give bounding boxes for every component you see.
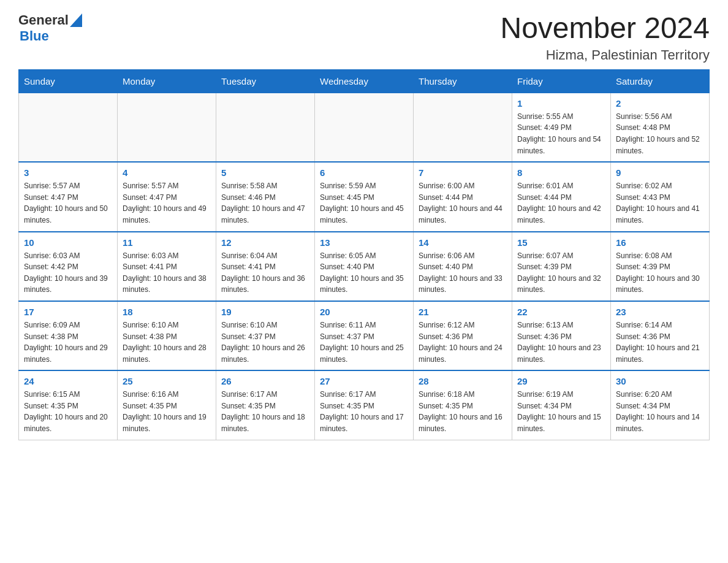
day-number: 30: [616, 376, 704, 386]
day-info: Sunrise: 6:03 AM Sunset: 4:41 PM Dayligh…: [123, 250, 211, 296]
day-number: 4: [123, 167, 211, 178]
day-info: Sunrise: 6:05 AM Sunset: 4:40 PM Dayligh…: [320, 250, 408, 296]
calendar-week-row: 24Sunrise: 6:15 AM Sunset: 4:35 PM Dayli…: [19, 370, 710, 440]
month-title: November 2024: [500, 12, 710, 45]
day-info: Sunrise: 5:59 AM Sunset: 4:45 PM Dayligh…: [320, 180, 408, 226]
day-info: Sunrise: 6:11 AM Sunset: 4:37 PM Dayligh…: [320, 320, 408, 365]
day-number: 28: [419, 376, 507, 386]
calendar-cell: [315, 93, 414, 162]
day-info: Sunrise: 6:07 AM Sunset: 4:39 PM Dayligh…: [517, 250, 605, 296]
calendar-cell: 23Sunrise: 6:14 AM Sunset: 4:36 PM Dayli…: [611, 301, 710, 370]
calendar-cell: 24Sunrise: 6:15 AM Sunset: 4:35 PM Dayli…: [19, 370, 118, 440]
day-number: 25: [123, 376, 211, 386]
logo: General Blue: [18, 12, 82, 44]
calendar-cell: 14Sunrise: 6:06 AM Sunset: 4:40 PM Dayli…: [414, 232, 512, 301]
calendar-week-row: 1Sunrise: 5:55 AM Sunset: 4:49 PM Daylig…: [19, 93, 710, 162]
calendar-cell: [216, 93, 315, 162]
day-info: Sunrise: 6:15 AM Sunset: 4:35 PM Dayligh…: [24, 389, 112, 434]
day-number: 17: [24, 307, 112, 317]
calendar-cell: 17Sunrise: 6:09 AM Sunset: 4:38 PM Dayli…: [19, 301, 118, 370]
day-info: Sunrise: 6:16 AM Sunset: 4:35 PM Dayligh…: [123, 389, 211, 434]
calendar-cell: 15Sunrise: 6:07 AM Sunset: 4:39 PM Dayli…: [512, 232, 611, 301]
day-number: 27: [320, 376, 408, 386]
day-number: 10: [24, 237, 112, 248]
calendar-header-wednesday: Wednesday: [315, 69, 414, 93]
day-info: Sunrise: 6:19 AM Sunset: 4:34 PM Dayligh…: [517, 389, 605, 434]
day-number: 1: [517, 98, 605, 109]
calendar-cell: 16Sunrise: 6:08 AM Sunset: 4:39 PM Dayli…: [611, 232, 710, 301]
calendar-cell: 8Sunrise: 6:01 AM Sunset: 4:44 PM Daylig…: [512, 162, 611, 231]
day-number: 21: [419, 307, 507, 317]
calendar-cell: 2Sunrise: 5:56 AM Sunset: 4:48 PM Daylig…: [611, 93, 710, 162]
calendar-cell: 11Sunrise: 6:03 AM Sunset: 4:41 PM Dayli…: [118, 232, 216, 301]
day-number: 11: [123, 237, 211, 248]
logo-general-text: General: [18, 12, 69, 28]
title-block: November 2024 Hizma, Palestinian Territo…: [500, 12, 710, 63]
day-number: 15: [517, 237, 605, 248]
calendar-cell: 20Sunrise: 6:11 AM Sunset: 4:37 PM Dayli…: [315, 301, 414, 370]
day-number: 7: [419, 167, 507, 178]
calendar-week-row: 10Sunrise: 6:03 AM Sunset: 4:42 PM Dayli…: [19, 232, 710, 301]
day-number: 24: [24, 376, 112, 386]
day-info: Sunrise: 6:04 AM Sunset: 4:41 PM Dayligh…: [221, 250, 309, 296]
day-number: 18: [123, 307, 211, 317]
day-number: 20: [320, 307, 408, 317]
calendar-cell: 22Sunrise: 6:13 AM Sunset: 4:36 PM Dayli…: [512, 301, 611, 370]
calendar-cell: 29Sunrise: 6:19 AM Sunset: 4:34 PM Dayli…: [512, 370, 611, 440]
day-info: Sunrise: 6:17 AM Sunset: 4:35 PM Dayligh…: [320, 389, 408, 434]
calendar-cell: 18Sunrise: 6:10 AM Sunset: 4:38 PM Dayli…: [118, 301, 216, 370]
day-info: Sunrise: 5:57 AM Sunset: 4:47 PM Dayligh…: [123, 180, 211, 226]
calendar-cell: 7Sunrise: 6:00 AM Sunset: 4:44 PM Daylig…: [414, 162, 512, 231]
day-number: 26: [221, 376, 309, 386]
calendar-cell: 3Sunrise: 5:57 AM Sunset: 4:47 PM Daylig…: [19, 162, 118, 231]
day-number: 23: [616, 307, 704, 317]
calendar-header-thursday: Thursday: [414, 69, 512, 93]
calendar-cell: 6Sunrise: 5:59 AM Sunset: 4:45 PM Daylig…: [315, 162, 414, 231]
calendar-cell: 26Sunrise: 6:17 AM Sunset: 4:35 PM Dayli…: [216, 370, 315, 440]
day-info: Sunrise: 6:06 AM Sunset: 4:40 PM Dayligh…: [419, 250, 507, 296]
calendar-cell: [118, 93, 216, 162]
day-number: 2: [616, 98, 704, 109]
day-number: 8: [517, 167, 605, 178]
day-info: Sunrise: 6:03 AM Sunset: 4:42 PM Dayligh…: [24, 250, 112, 296]
calendar-cell: 10Sunrise: 6:03 AM Sunset: 4:42 PM Dayli…: [19, 232, 118, 301]
calendar-cell: 21Sunrise: 6:12 AM Sunset: 4:36 PM Dayli…: [414, 301, 512, 370]
day-number: 3: [24, 167, 112, 178]
calendar-cell: [19, 93, 118, 162]
day-number: 12: [221, 237, 309, 248]
day-info: Sunrise: 6:18 AM Sunset: 4:35 PM Dayligh…: [419, 389, 507, 434]
page-header: General Blue November 2024 Hizma, Palest…: [18, 12, 710, 63]
day-number: 14: [419, 237, 507, 248]
calendar-header-tuesday: Tuesday: [216, 69, 315, 93]
day-info: Sunrise: 6:12 AM Sunset: 4:36 PM Dayligh…: [419, 320, 507, 365]
calendar-cell: 25Sunrise: 6:16 AM Sunset: 4:35 PM Dayli…: [118, 370, 216, 440]
location-title: Hizma, Palestinian Territory: [500, 47, 710, 63]
calendar-header-row: SundayMondayTuesdayWednesdayThursdayFrid…: [19, 69, 710, 93]
calendar-cell: 12Sunrise: 6:04 AM Sunset: 4:41 PM Dayli…: [216, 232, 315, 301]
day-number: 22: [517, 307, 605, 317]
calendar-cell: 4Sunrise: 5:57 AM Sunset: 4:47 PM Daylig…: [118, 162, 216, 231]
calendar-cell: 19Sunrise: 6:10 AM Sunset: 4:37 PM Dayli…: [216, 301, 315, 370]
day-info: Sunrise: 6:10 AM Sunset: 4:37 PM Dayligh…: [221, 320, 309, 365]
day-info: Sunrise: 5:56 AM Sunset: 4:48 PM Dayligh…: [616, 111, 704, 156]
day-info: Sunrise: 6:08 AM Sunset: 4:39 PM Dayligh…: [616, 250, 704, 296]
calendar-header-friday: Friday: [512, 69, 611, 93]
day-info: Sunrise: 5:58 AM Sunset: 4:46 PM Dayligh…: [221, 180, 309, 226]
calendar-table: SundayMondayTuesdayWednesdayThursdayFrid…: [18, 69, 710, 440]
day-number: 6: [320, 167, 408, 178]
day-number: 13: [320, 237, 408, 248]
calendar-cell: 1Sunrise: 5:55 AM Sunset: 4:49 PM Daylig…: [512, 93, 611, 162]
day-number: 19: [221, 307, 309, 317]
calendar-week-row: 3Sunrise: 5:57 AM Sunset: 4:47 PM Daylig…: [19, 162, 710, 231]
day-number: 16: [616, 237, 704, 248]
svg-marker-0: [70, 13, 82, 27]
day-info: Sunrise: 6:09 AM Sunset: 4:38 PM Dayligh…: [24, 320, 112, 365]
calendar-header-sunday: Sunday: [19, 69, 118, 93]
logo-blue-text: Blue: [20, 28, 49, 44]
calendar-header-monday: Monday: [118, 69, 216, 93]
calendar-cell: 27Sunrise: 6:17 AM Sunset: 4:35 PM Dayli…: [315, 370, 414, 440]
day-info: Sunrise: 6:17 AM Sunset: 4:35 PM Dayligh…: [221, 389, 309, 434]
calendar-header-saturday: Saturday: [611, 69, 710, 93]
day-info: Sunrise: 5:55 AM Sunset: 4:49 PM Dayligh…: [517, 111, 605, 156]
day-info: Sunrise: 6:10 AM Sunset: 4:38 PM Dayligh…: [123, 320, 211, 365]
